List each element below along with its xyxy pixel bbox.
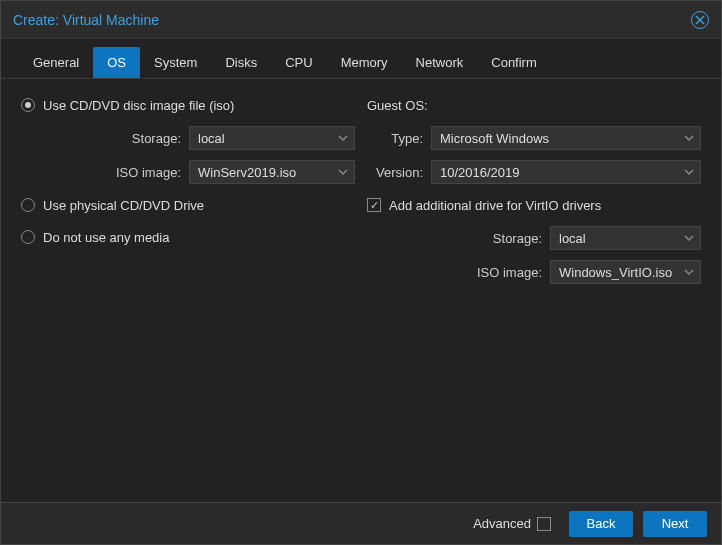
radio-icon[interactable] — [21, 198, 35, 212]
radio-no-media[interactable]: Do not use any media — [21, 225, 355, 249]
close-icon[interactable] — [691, 11, 709, 29]
iso-image-field: ISO image: WinServ2019.iso — [21, 159, 355, 185]
chevron-down-icon — [684, 265, 694, 280]
chevron-down-icon — [338, 165, 348, 180]
virtio-iso-select[interactable]: Windows_VirtIO.iso — [550, 260, 701, 284]
version-select[interactable]: 10/2016/2019 — [431, 160, 701, 184]
tab-confirm[interactable]: Confirm — [477, 47, 551, 78]
tab-memory[interactable]: Memory — [327, 47, 402, 78]
storage-value: local — [198, 131, 225, 146]
tab-network[interactable]: Network — [402, 47, 478, 78]
radio-use-iso[interactable]: Use CD/DVD disc image file (iso) — [21, 93, 355, 117]
radio-label: Use physical CD/DVD Drive — [43, 198, 204, 213]
chevron-down-icon — [684, 231, 694, 246]
tab-cpu[interactable]: CPU — [271, 47, 326, 78]
tab-general[interactable]: General — [19, 47, 93, 78]
storage-select[interactable]: local — [189, 126, 355, 150]
virtio-storage-value: local — [559, 231, 586, 246]
guest-os-heading: Guest OS: — [367, 93, 701, 117]
type-label: Type: — [367, 131, 423, 146]
radio-use-physical[interactable]: Use physical CD/DVD Drive — [21, 193, 355, 217]
chevron-down-icon — [338, 131, 348, 146]
virtio-storage-label: Storage: — [367, 231, 542, 246]
dialog-title: Create: Virtual Machine — [13, 12, 691, 28]
radio-icon[interactable] — [21, 98, 35, 112]
virtio-storage-field: Storage: local — [367, 225, 701, 251]
radio-icon[interactable] — [21, 230, 35, 244]
content-area: Use CD/DVD disc image file (iso) Storage… — [1, 79, 721, 502]
type-select[interactable]: Microsoft Windows — [431, 126, 701, 150]
checkbox-icon[interactable] — [537, 517, 551, 531]
virtio-check-label: Add additional drive for VirtIO drivers — [389, 198, 601, 213]
back-button[interactable]: Back — [569, 511, 633, 537]
tab-os[interactable]: OS — [93, 47, 140, 78]
virtio-storage-select[interactable]: local — [550, 226, 701, 250]
create-vm-dialog: Create: Virtual Machine General OS Syste… — [0, 0, 722, 545]
virtio-iso-label: ISO image: — [367, 265, 542, 280]
storage-field: Storage: local — [21, 125, 355, 151]
iso-image-label: ISO image: — [21, 165, 181, 180]
version-value: 10/2016/2019 — [440, 165, 520, 180]
virtio-iso-field: ISO image: Windows_VirtIO.iso — [367, 259, 701, 285]
footer: Advanced Back Next — [1, 502, 721, 544]
virtio-checkbox-row[interactable]: Add additional drive for VirtIO drivers — [367, 193, 701, 217]
storage-label: Storage: — [21, 131, 181, 146]
version-field: Version: 10/2016/2019 — [367, 159, 701, 185]
type-value: Microsoft Windows — [440, 131, 549, 146]
radio-label: Do not use any media — [43, 230, 169, 245]
left-column: Use CD/DVD disc image file (iso) Storage… — [21, 93, 355, 488]
tab-system[interactable]: System — [140, 47, 211, 78]
checkbox-icon[interactable] — [367, 198, 381, 212]
iso-image-select[interactable]: WinServ2019.iso — [189, 160, 355, 184]
iso-image-value: WinServ2019.iso — [198, 165, 296, 180]
chevron-down-icon — [684, 165, 694, 180]
radio-label: Use CD/DVD disc image file (iso) — [43, 98, 234, 113]
virtio-iso-value: Windows_VirtIO.iso — [559, 265, 672, 280]
tab-disks[interactable]: Disks — [211, 47, 271, 78]
type-field: Type: Microsoft Windows — [367, 125, 701, 151]
version-label: Version: — [367, 165, 423, 180]
right-column: Guest OS: Type: Microsoft Windows Versio… — [367, 93, 701, 488]
wizard-tabs: General OS System Disks CPU Memory Netwo… — [1, 39, 721, 79]
chevron-down-icon — [684, 131, 694, 146]
advanced-label: Advanced — [473, 516, 531, 531]
next-button[interactable]: Next — [643, 511, 707, 537]
titlebar: Create: Virtual Machine — [1, 1, 721, 39]
advanced-toggle[interactable]: Advanced — [473, 516, 551, 531]
